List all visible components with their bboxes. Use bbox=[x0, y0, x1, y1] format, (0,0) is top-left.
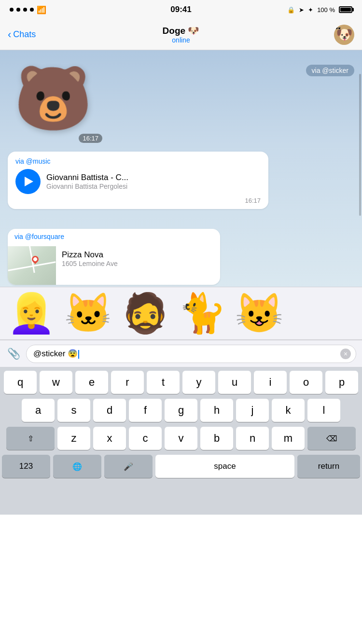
key-n[interactable]: n bbox=[236, 427, 269, 450]
music-via-label: via @music bbox=[15, 157, 261, 165]
paperclip-icon: 📎 bbox=[7, 348, 20, 360]
clear-button[interactable]: × bbox=[340, 349, 351, 359]
delete-key[interactable]: ⌫ bbox=[307, 427, 356, 450]
key-z[interactable]: z bbox=[57, 427, 90, 450]
sticker-picker: 👱‍♀️ 🐱 🧔 🐈 😺 bbox=[0, 287, 362, 340]
fsq-via-label: via @foursquare bbox=[14, 233, 213, 240]
key-b[interactable]: b bbox=[200, 427, 233, 450]
key-h[interactable]: h bbox=[200, 399, 233, 422]
avatar[interactable]: 🐶 🕶️ bbox=[334, 25, 354, 45]
key-c[interactable]: c bbox=[129, 427, 162, 450]
scrollbar bbox=[359, 74, 361, 216]
mic-key[interactable]: 🎤 bbox=[104, 455, 153, 478]
keyboard-row-3: ⇧ z x c v b n m ⌫ bbox=[2, 427, 360, 450]
via-sticker-badge: via @sticker bbox=[306, 65, 354, 76]
keyboard-row-2: a s d f g h j k l bbox=[2, 399, 360, 422]
attach-button[interactable]: 📎 bbox=[6, 346, 21, 362]
key-g[interactable]: g bbox=[165, 399, 197, 422]
key-t[interactable]: t bbox=[147, 371, 180, 394]
input-text: @sticker 😨 bbox=[33, 349, 78, 358]
music-time: 16:17 bbox=[15, 197, 261, 204]
nav-subtitle: online bbox=[163, 36, 200, 44]
battery-fill bbox=[340, 8, 351, 12]
back-label: Chats bbox=[13, 29, 36, 40]
nav-title: Doge 🐶 bbox=[163, 25, 200, 36]
music-message: via @music Giovanni Battista - C... Giov… bbox=[8, 152, 268, 209]
shift-key[interactable]: ⇧ bbox=[6, 427, 55, 450]
key-q[interactable]: q bbox=[4, 371, 37, 394]
text-input[interactable]: @sticker 😨 bbox=[33, 349, 340, 359]
text-input-wrap[interactable]: @sticker 😨 × bbox=[26, 345, 356, 363]
avatar-sunglasses: 🕶️ bbox=[335, 26, 341, 31]
keyboard: q w e r t y u i o p a s d f g h j k l ⇧ … bbox=[0, 367, 362, 515]
nav-center: Doge 🐶 online bbox=[163, 25, 200, 44]
music-artist: Giovanni Battista Pergolesi bbox=[46, 182, 261, 190]
location-icon: ➤ bbox=[299, 6, 304, 14]
sticker-message-top: 🐻 16:17 bbox=[0, 50, 106, 147]
foursquare-map bbox=[8, 246, 56, 285]
keyboard-row-1: q w e r t y u i o p bbox=[2, 371, 360, 394]
key-l[interactable]: l bbox=[307, 399, 340, 422]
wifi-icon: 📶 bbox=[37, 5, 46, 14]
battery-percent: 100 % bbox=[317, 6, 335, 14]
clear-icon: × bbox=[344, 350, 348, 358]
sticker-item-cat2[interactable]: 😺 bbox=[233, 292, 286, 335]
sticker-item-fat-cat[interactable]: 🐈 bbox=[176, 292, 229, 335]
key-a[interactable]: a bbox=[22, 399, 55, 422]
key-i[interactable]: i bbox=[254, 371, 287, 394]
key-u[interactable]: u bbox=[218, 371, 251, 394]
play-icon bbox=[25, 177, 33, 186]
key-p[interactable]: p bbox=[325, 371, 358, 394]
foursquare-info: Pizza Nova 1605 Lemoine Ave bbox=[56, 246, 124, 285]
nav-bar: ‹ Chats Doge 🐶 online 🐶 🕶️ bbox=[0, 19, 362, 50]
status-time: 09:41 bbox=[170, 5, 191, 14]
key-j[interactable]: j bbox=[236, 399, 269, 422]
keyboard-row-4: 123 🌐 🎤 space return bbox=[2, 455, 360, 478]
input-bar: 📎 @sticker 😨 × bbox=[0, 340, 362, 367]
space-key[interactable]: space bbox=[155, 455, 294, 478]
globe-key[interactable]: 🌐 bbox=[53, 455, 101, 478]
key-r[interactable]: r bbox=[111, 371, 144, 394]
key-m[interactable]: m bbox=[272, 427, 305, 450]
bluetooth-icon: ✦ bbox=[308, 6, 313, 14]
key-y[interactable]: y bbox=[182, 371, 215, 394]
key-e[interactable]: e bbox=[75, 371, 108, 394]
battery-icon bbox=[339, 6, 352, 13]
play-button[interactable] bbox=[15, 169, 41, 194]
key-o[interactable]: o bbox=[290, 371, 322, 394]
dot2 bbox=[16, 8, 20, 12]
dot3 bbox=[23, 8, 27, 12]
dot1 bbox=[10, 8, 14, 12]
key-w[interactable]: w bbox=[40, 371, 72, 394]
signal-area: 📶 bbox=[10, 5, 46, 14]
sticker-item-man[interactable]: 🧔 bbox=[119, 292, 172, 335]
dot4 bbox=[30, 8, 34, 12]
back-chevron-icon: ‹ bbox=[8, 29, 11, 40]
return-key[interactable]: return bbox=[297, 455, 360, 478]
text-cursor bbox=[78, 350, 79, 359]
lock-icon: 🔒 bbox=[287, 6, 295, 14]
key-k[interactable]: k bbox=[272, 399, 305, 422]
music-title: Giovanni Battista - C... bbox=[46, 173, 261, 182]
sticker-time: 16:17 bbox=[79, 134, 102, 143]
status-right: 🔒 ➤ ✦ 100 % bbox=[287, 6, 352, 14]
sticker-item-girl[interactable]: 👱‍♀️ bbox=[5, 292, 58, 335]
back-button[interactable]: ‹ Chats bbox=[8, 29, 36, 40]
key-f[interactable]: f bbox=[129, 399, 162, 422]
sticker-item-cat1[interactable]: 🐱 bbox=[62, 292, 115, 335]
foursquare-message: via @foursquare Pizza Nova 1605 Lemoine … bbox=[8, 229, 220, 285]
key-v[interactable]: v bbox=[165, 427, 197, 450]
key-d[interactable]: d bbox=[93, 399, 126, 422]
key-s[interactable]: s bbox=[57, 399, 90, 422]
numbers-key[interactable]: 123 bbox=[2, 455, 50, 478]
key-x[interactable]: x bbox=[93, 427, 126, 450]
fsq-address: 1605 Lemoine Ave bbox=[62, 260, 118, 267]
fsq-place-name: Pizza Nova bbox=[62, 250, 118, 260]
status-bar: 📶 09:41 🔒 ➤ ✦ 100 % bbox=[0, 0, 362, 19]
chat-area: 🐻 16:17 via @sticker via @music Giovanni… bbox=[0, 50, 362, 287]
music-info: Giovanni Battista - C... Giovanni Battis… bbox=[46, 173, 261, 190]
